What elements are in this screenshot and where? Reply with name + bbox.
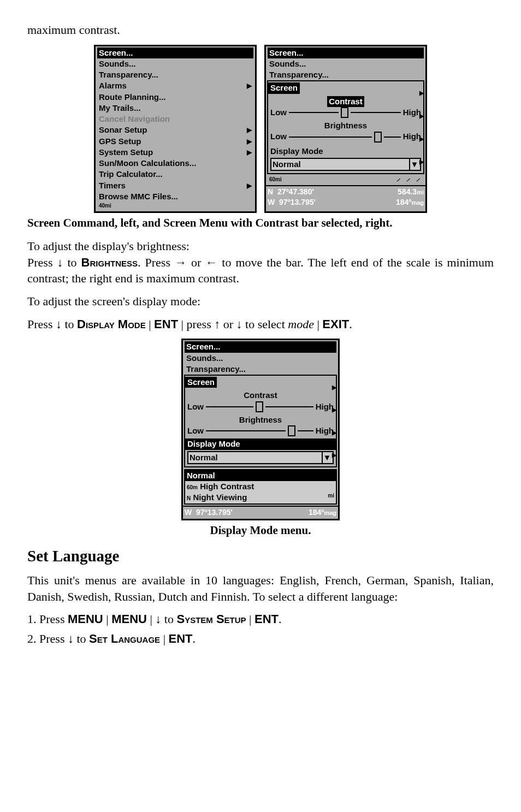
slider-high: High xyxy=(403,131,421,142)
scale-label: 40mi xyxy=(99,202,111,210)
slider-thumb[interactable] xyxy=(341,107,348,118)
intro-text: maximum contrast. xyxy=(27,22,494,38)
submenu-arrow-icon: ▶ xyxy=(247,81,252,90)
dropdown-value: Normal xyxy=(273,159,301,170)
brightness-label: Brightness xyxy=(270,120,421,131)
step-1: 1. Press MENU | MENU | ↓ to System Setup… xyxy=(27,611,494,627)
dropdown-option[interactable]: 60m High Contrast xyxy=(185,481,336,492)
menu-item[interactable]: Sonar Setup▶ xyxy=(97,125,253,135)
dropdown-option[interactable]: Normal xyxy=(185,470,336,481)
display-mode-label: Display Mode xyxy=(185,438,336,449)
slider-thumb[interactable] xyxy=(256,401,263,412)
submenu-arrow-icon: ▶ xyxy=(247,181,252,190)
paragraph: This unit's menus are available in 10 la… xyxy=(27,572,494,604)
menu-item[interactable]: Sun/Moon Calculations... xyxy=(97,158,253,169)
status-bar: W 97º13.795' 184ºmag xyxy=(183,506,338,518)
screen-panel: Screen ▶▶▶▶ Contrast Low High Brightness… xyxy=(267,80,424,174)
heading-set-language: Set Language xyxy=(27,546,494,567)
slider-thumb[interactable] xyxy=(288,425,295,436)
submenu-arrow-icon: ▶ xyxy=(247,126,252,134)
menu-item[interactable]: Transparency... xyxy=(185,364,336,375)
menu-item[interactable]: Sounds... xyxy=(268,58,424,69)
paragraph: To adjust the display's brightness: Pres… xyxy=(27,238,494,287)
device-screen-panel-right: Screen... Sounds... Transparency... Scre… xyxy=(264,45,427,213)
display-mode-label: Display Mode xyxy=(270,146,421,157)
slider-low: Low xyxy=(187,401,204,412)
figure-caption-1: Screen Command, left, and Screen Menu wi… xyxy=(27,215,494,230)
menu-item[interactable]: Alarms▶ xyxy=(97,80,253,91)
display-mode-dropdown[interactable]: Normal ▼ xyxy=(270,158,421,171)
slider-low: Low xyxy=(270,107,287,118)
contrast-slider[interactable]: Contrast Low High xyxy=(270,96,421,118)
submenu-arrow-icon: ▶ xyxy=(247,148,252,157)
contrast-slider[interactable]: Contrast Low High xyxy=(187,390,334,412)
dropdown-arrow-icon[interactable]: ▼ xyxy=(322,452,331,463)
menu-item[interactable]: Screen... xyxy=(268,48,424,58)
scale-label: 60mi xyxy=(269,176,282,184)
slider-low: Low xyxy=(187,425,204,436)
brightness-slider[interactable]: Brightness Low High xyxy=(187,414,334,437)
display-mode-options: Normal60m High ContrastN Night Viewing m… xyxy=(184,469,337,505)
dropdown-arrow-icon[interactable]: ▼ xyxy=(409,159,419,170)
menu-item[interactable]: Transparency... xyxy=(97,69,253,80)
slider-high: High xyxy=(403,107,421,118)
submenu-arrow-icon: ▶ xyxy=(247,137,252,146)
menu-item[interactable]: System Setup▶ xyxy=(97,147,253,158)
display-mode-dropdown[interactable]: Normal ▼ xyxy=(187,451,334,464)
panel-title: Screen xyxy=(185,377,217,388)
compass-icon: ⟋ ⟋ ⟋ xyxy=(395,176,422,184)
step-2: 2. Press ↓ to Set Language | ENT. xyxy=(27,631,494,647)
device-screen-menu: Screen...Sounds...Transparency...Alarms▶… xyxy=(94,45,257,213)
dropdown-value: Normal xyxy=(190,452,218,463)
menu-item[interactable]: My Trails... xyxy=(97,103,253,114)
contrast-label: Contrast xyxy=(327,96,364,107)
panel-title: Screen xyxy=(268,82,300,93)
menu-item[interactable]: Screen... xyxy=(185,341,336,352)
menu-item[interactable]: GPS Setup▶ xyxy=(97,136,253,147)
menu-item[interactable]: Sounds... xyxy=(185,353,336,364)
device-screen-panel-center: Screen... Sounds... Transparency... Scre… xyxy=(181,339,340,520)
figure-row-2: Screen... Sounds... Transparency... Scre… xyxy=(27,339,494,520)
brightness-label: Brightness xyxy=(187,414,334,425)
brightness-slider[interactable]: Brightness Low High xyxy=(270,120,421,143)
slider-high: High xyxy=(316,401,334,412)
slider-low: Low xyxy=(270,131,287,142)
menu-item[interactable]: Screen... xyxy=(97,48,253,58)
menu-item[interactable]: Timers▶ xyxy=(97,180,253,191)
menu-item: Cancel Navigation xyxy=(97,114,253,125)
slider-high: High xyxy=(316,425,334,436)
menu-item[interactable]: Sounds... xyxy=(97,58,253,69)
status-bar: N 27º47.380' 584.3mi W 97º13.795' 184ºma… xyxy=(266,185,425,208)
paragraph: Press ↓ to Display Mode | ENT | press ↑ … xyxy=(27,316,494,333)
screen-panel: Screen ▶▶▶▶ Contrast Low High Brightness… xyxy=(184,375,337,467)
figure-row-1: Screen...Sounds...Transparency...Alarms▶… xyxy=(27,45,494,213)
dropdown-option[interactable]: N Night Viewing mi xyxy=(185,492,336,503)
contrast-label: Contrast xyxy=(187,390,334,401)
menu-item[interactable]: Trip Calculator... xyxy=(97,169,253,180)
slider-thumb[interactable] xyxy=(374,132,382,143)
menu-item[interactable]: Route Planning... xyxy=(97,92,253,103)
menu-item[interactable]: Transparency... xyxy=(268,69,424,80)
figure-caption-2: Display Mode menu. xyxy=(27,523,494,538)
menu-item[interactable]: Browse MMC Files... xyxy=(97,191,253,202)
paragraph: To adjust the screen's display mode: xyxy=(27,293,494,310)
